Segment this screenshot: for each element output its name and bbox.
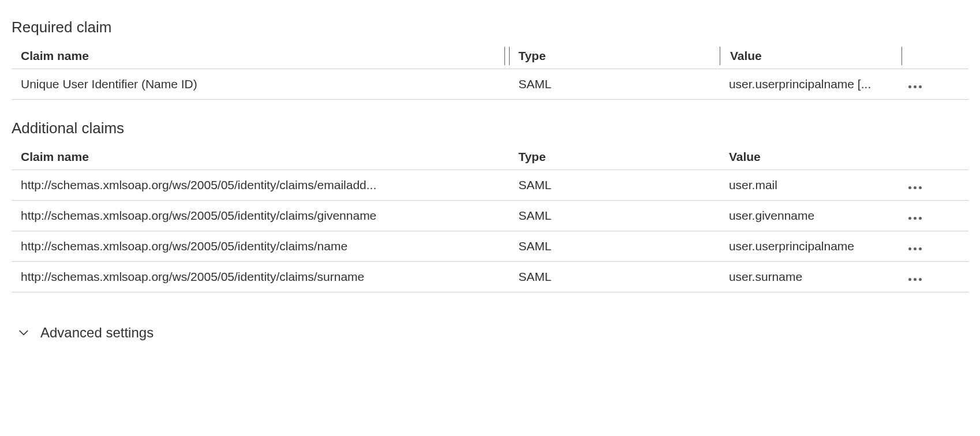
- header-type: Type: [509, 43, 720, 69]
- header-actions: [902, 43, 968, 69]
- required-claim-title: Required claim: [12, 18, 968, 36]
- additional-claims-table: Claim name Type Value http://schemas.xml…: [12, 144, 968, 292]
- claim-type-cell: SAML: [509, 201, 720, 231]
- table-row[interactable]: http://schemas.xmlsoap.org/ws/2005/05/id…: [12, 231, 968, 262]
- ellipsis-icon: [919, 278, 922, 281]
- claim-value-cell: user.mail: [720, 170, 902, 201]
- ellipsis-icon: [919, 247, 922, 250]
- claim-value-cell: user.userprincipalname [...: [720, 69, 902, 100]
- table-header-row: Claim name Type Value: [12, 144, 968, 170]
- claim-value-cell: user.givenname: [720, 201, 902, 231]
- ellipsis-icon: [908, 217, 911, 220]
- more-actions-button[interactable]: [905, 83, 925, 91]
- additional-claims-title: Additional claims: [12, 119, 968, 137]
- table-row[interactable]: http://schemas.xmlsoap.org/ws/2005/05/id…: [12, 201, 968, 231]
- ellipsis-icon: [914, 247, 917, 250]
- table-header-row: Claim name Type Value: [12, 43, 968, 69]
- ellipsis-icon: [914, 278, 917, 281]
- ellipsis-icon: [914, 217, 917, 220]
- table-row[interactable]: http://schemas.xmlsoap.org/ws/2005/05/id…: [12, 170, 968, 201]
- ellipsis-icon: [919, 217, 922, 220]
- ellipsis-icon: [919, 85, 922, 88]
- ellipsis-icon: [914, 85, 917, 88]
- claim-name-cell: http://schemas.xmlsoap.org/ws/2005/05/id…: [12, 201, 509, 231]
- more-actions-button[interactable]: [905, 245, 925, 253]
- more-actions-button[interactable]: [905, 215, 925, 222]
- claim-type-cell: SAML: [509, 231, 720, 262]
- ellipsis-icon: [908, 186, 911, 189]
- more-actions-button[interactable]: [905, 184, 925, 191]
- claim-name-cell: Unique User Identifier (Name ID): [12, 69, 509, 100]
- claim-type-cell: SAML: [509, 69, 720, 100]
- advanced-settings-label: Advanced settings: [40, 325, 154, 341]
- header-value: Value: [720, 43, 902, 69]
- required-claim-table: Claim name Type Value Unique User Identi…: [12, 43, 968, 100]
- table-row[interactable]: Unique User Identifier (Name ID) SAML us…: [12, 69, 968, 100]
- ellipsis-icon: [908, 247, 911, 250]
- claim-name-cell: http://schemas.xmlsoap.org/ws/2005/05/id…: [12, 231, 509, 262]
- claim-type-cell: SAML: [509, 170, 720, 201]
- claim-value-cell: user.surname: [720, 262, 902, 292]
- claim-name-cell: http://schemas.xmlsoap.org/ws/2005/05/id…: [12, 262, 509, 292]
- more-actions-button[interactable]: [905, 276, 925, 283]
- ellipsis-icon: [919, 186, 922, 189]
- header-claim-name: Claim name: [12, 43, 509, 69]
- advanced-settings-toggle[interactable]: Advanced settings: [12, 321, 968, 344]
- chevron-down-icon: [18, 328, 29, 338]
- header-value: Value: [720, 144, 902, 170]
- table-row[interactable]: http://schemas.xmlsoap.org/ws/2005/05/id…: [12, 262, 968, 292]
- header-claim-name: Claim name: [12, 144, 509, 170]
- claim-name-cell: http://schemas.xmlsoap.org/ws/2005/05/id…: [12, 170, 509, 201]
- header-actions: [902, 144, 968, 170]
- ellipsis-icon: [914, 186, 917, 189]
- ellipsis-icon: [908, 278, 911, 281]
- claim-value-cell: user.userprincipalname: [720, 231, 902, 262]
- claim-type-cell: SAML: [509, 262, 720, 292]
- ellipsis-icon: [908, 85, 911, 88]
- header-type: Type: [509, 144, 720, 170]
